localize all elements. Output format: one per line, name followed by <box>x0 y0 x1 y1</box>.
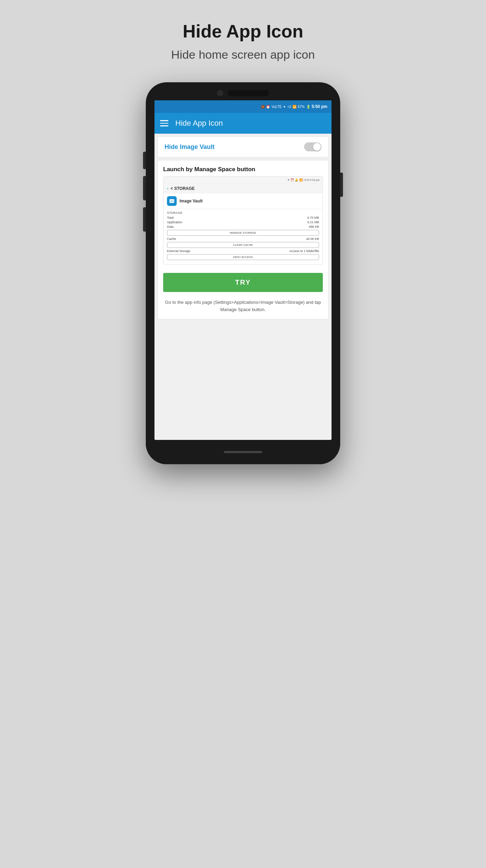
launch-card: Launch by Manage Space button ✈ ⏰ 🔔 📶 71… <box>157 160 329 319</box>
deny-access-button[interactable]: DENY ACCESS <box>167 254 319 260</box>
toolbar-title: Hide App Icon <box>175 119 223 128</box>
mini-storage-row-data: Data 496 KB <box>167 225 319 228</box>
data-label: Data <box>167 225 174 228</box>
status-bar: 🔕 ⏰ VoLTE ✦ +2 📶 67% 🔋 5:50 pm <box>154 100 332 113</box>
mini-cache-row: Cache 40.00 KB <box>167 237 319 241</box>
mini-app-row: Image Vault <box>164 193 322 209</box>
cache-label: Cache <box>167 237 176 241</box>
toggle-knob <box>313 143 321 151</box>
wifi-icon: ✦ <box>283 105 286 109</box>
volume-down-button <box>143 207 146 232</box>
application-label: Application <box>167 220 182 224</box>
cache-value: 40.00 KB <box>306 237 319 241</box>
mini-storage-section: STORAGE Total 6.70 MB Application 6.21 M… <box>164 209 322 264</box>
hide-vault-card: Hide Image Vault <box>157 136 329 157</box>
mini-app-name: Image Vault <box>179 199 203 203</box>
page-title: Hide App Icon <box>183 21 303 42</box>
battery-icon: 🔋 <box>306 105 310 109</box>
battery-level: 67% <box>298 105 305 109</box>
power-button <box>340 173 343 197</box>
mini-storage-row-app: Application 6.21 MB <box>167 220 319 224</box>
front-camera <box>217 90 223 96</box>
status-icons: 🔕 ⏰ VoLTE ✦ +2 📶 67% 🔋 5:50 pm <box>261 104 327 109</box>
mini-status-bar: ✈ ⏰ 🔔 📶 71% 5:23 pm <box>164 177 322 184</box>
page-subtitle: Hide home screen app icon <box>171 48 315 61</box>
phone-frame: 🔕 ⏰ VoLTE ✦ +2 📶 67% 🔋 5:50 pm Hide App … <box>146 82 340 464</box>
external-storage-value: Access to 1 folder/file <box>289 249 319 253</box>
total-value: 6.70 MB <box>307 216 319 219</box>
hamburger-menu-button[interactable] <box>160 120 168 126</box>
back-arrow-icon: ‹ <box>167 186 168 191</box>
external-storage-label: External Storage <box>167 249 190 253</box>
application-value: 6.21 MB <box>307 220 319 224</box>
app-toolbar: Hide App Icon <box>154 113 332 134</box>
clear-cache-button[interactable]: CLEAR CACHE <box>167 242 319 248</box>
mini-external-row: External Storage Access to 1 folder/file <box>167 249 319 253</box>
mini-storage-row-total: Total 6.70 MB <box>167 216 319 219</box>
phone-top-area <box>146 82 340 100</box>
mini-storage-section-label: STORAGE <box>167 211 319 215</box>
mini-status-icons: ✈ ⏰ 🔔 📶 71% 5:23 pm <box>287 178 320 182</box>
mini-screenshot: ✈ ⏰ 🔔 📶 71% 5:23 pm ‹ < STORAGE Image Va… <box>163 176 323 265</box>
volume-silent-button <box>143 152 146 169</box>
mini-app-icon <box>167 196 177 206</box>
content-area: Hide Image Vault Launch by Manage Space … <box>154 134 332 440</box>
launch-card-title: Launch by Manage Space button <box>158 160 328 176</box>
data-value: 496 KB <box>309 225 319 228</box>
manage-storage-button[interactable]: MANAGE STORAGE <box>167 230 319 236</box>
hide-vault-label: Hide Image Vault <box>165 143 215 151</box>
try-button[interactable]: TRY <box>163 273 323 292</box>
phone-bottom-bar <box>146 440 340 464</box>
phone-screen: 🔕 ⏰ VoLTE ✦ +2 📶 67% 🔋 5:50 pm Hide App … <box>154 100 332 440</box>
hide-vault-toggle[interactable] <box>304 142 321 151</box>
clock: 5:50 pm <box>312 104 327 109</box>
launch-description: Go to the app info page (Settings>Applic… <box>158 296 328 319</box>
mini-header-label: < STORAGE <box>170 186 194 191</box>
signal-icon: +2 📶 <box>287 105 296 109</box>
total-label: Total <box>167 216 174 219</box>
home-indicator <box>224 451 262 453</box>
volume-up-button <box>143 176 146 200</box>
mini-header: ‹ < STORAGE <box>164 184 322 193</box>
notification-icons: 🔕 ⏰ <box>261 105 270 109</box>
try-button-container: TRY <box>158 269 328 296</box>
volte-icon: VoLTE <box>271 105 282 109</box>
speaker-grille <box>227 90 269 96</box>
